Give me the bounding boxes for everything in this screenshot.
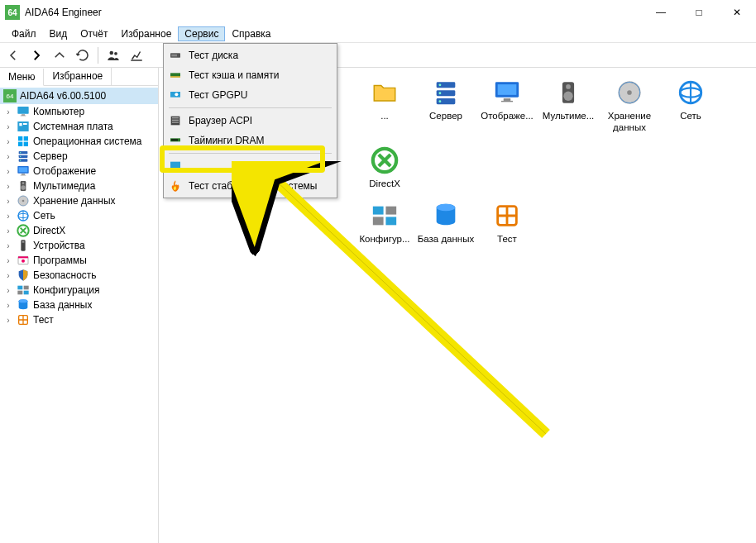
content-item[interactable]: Отображе... xyxy=(476,78,538,134)
content-item-label: Отображе... xyxy=(481,111,534,122)
content-item[interactable]: Конфигур... xyxy=(354,201,415,245)
minimize-button[interactable]: — xyxy=(642,0,680,25)
sidebar-tabs: Меню Избранное xyxy=(0,68,158,86)
sidebar-tab-favorites[interactable]: Избранное xyxy=(44,68,112,85)
dropdown-item[interactable]: Браузер ACPI xyxy=(165,111,335,131)
tree-item[interactable]: ›Операционная система xyxy=(0,134,158,149)
svg-point-16 xyxy=(20,156,21,157)
content-item[interactable]: ... xyxy=(354,78,415,134)
tree-root[interactable]: 64 AIDA64 v6.00.5100 xyxy=(0,88,158,104)
expander-icon[interactable]: › xyxy=(3,226,13,236)
menu-report[interactable]: Отчёт xyxy=(74,26,114,41)
monitor-icon xyxy=(17,105,30,118)
refresh-button[interactable] xyxy=(73,45,93,65)
expander-icon[interactable]: › xyxy=(3,271,13,280)
content-item[interactable]: Хранение данных xyxy=(599,78,660,134)
content-item[interactable]: DirectX xyxy=(354,145,415,190)
svg-rect-64 xyxy=(373,207,384,215)
tree-item[interactable]: ›Сервер xyxy=(0,149,158,164)
tree-item[interactable]: ›Компьютер xyxy=(0,104,158,119)
expander-icon[interactable]: › xyxy=(3,152,13,161)
database-icon xyxy=(431,201,461,231)
expander-icon[interactable]: › xyxy=(3,197,13,206)
tree-item[interactable]: ›Сеть xyxy=(0,208,158,223)
svg-rect-8 xyxy=(18,136,22,141)
tree-item[interactable]: ›Системная плата xyxy=(0,119,158,134)
users-button[interactable] xyxy=(103,45,123,65)
close-button[interactable]: ✕ xyxy=(718,0,756,25)
menu-favorites[interactable]: Избранное xyxy=(115,26,179,41)
chart-button[interactable] xyxy=(127,45,146,65)
svg-rect-40 xyxy=(24,291,29,295)
expander-icon[interactable]: › xyxy=(3,316,13,325)
dropdown-item-label: Тайминги DRAM xyxy=(189,135,265,146)
svg-point-23 xyxy=(21,185,25,189)
content-item[interactable]: Сеть xyxy=(660,78,721,134)
dram-icon xyxy=(169,134,182,147)
svg-point-55 xyxy=(563,92,572,101)
menu-help[interactable]: Справка xyxy=(225,26,277,41)
tree-item[interactable]: ›Мультимедиа xyxy=(0,179,158,193)
expander-icon[interactable]: › xyxy=(3,122,13,131)
tree-item-label: Безопасность xyxy=(33,269,97,281)
expander-icon[interactable]: › xyxy=(3,182,13,191)
tree-item-label: Отображение xyxy=(33,165,96,177)
expander-icon[interactable]: › xyxy=(3,256,13,265)
content-item[interactable]: Мультиме... xyxy=(538,78,599,134)
speaker-icon xyxy=(17,179,30,193)
windows-icon xyxy=(17,135,30,148)
svg-point-26 xyxy=(22,200,25,202)
expander-icon[interactable]: › xyxy=(3,137,13,146)
expander-icon[interactable]: › xyxy=(3,212,13,221)
menu-view[interactable]: Вид xyxy=(43,26,74,41)
tree-item[interactable]: ›Хранение данных xyxy=(0,193,158,208)
menu-separator xyxy=(169,153,332,154)
programs-icon xyxy=(17,254,30,267)
chevron-up-icon xyxy=(52,48,67,63)
app-icon: 64 xyxy=(5,5,20,20)
tree-item[interactable]: ›Тест xyxy=(0,312,158,327)
svg-point-42 xyxy=(19,299,28,302)
menu-service[interactable]: Сервис xyxy=(178,26,225,41)
sidebar-tab-menu[interactable]: Меню xyxy=(0,69,44,86)
dropdown-item[interactable] xyxy=(165,156,335,176)
dropdown-item[interactable]: Тест GPGPU xyxy=(165,85,335,105)
tree-item-label: Компьютер xyxy=(33,106,84,117)
tree-item[interactable]: ›Устройства xyxy=(0,238,158,253)
expander-icon[interactable]: › xyxy=(3,286,13,295)
forward-button[interactable] xyxy=(26,45,46,65)
svg-rect-5 xyxy=(17,121,28,131)
content-item[interactable]: База данных xyxy=(415,201,476,245)
directx-icon xyxy=(370,145,400,175)
folder-icon xyxy=(370,78,400,107)
tree-item[interactable]: ›Отображение xyxy=(0,164,158,179)
tree-item[interactable]: ›Конфигурация xyxy=(0,283,158,298)
expander-icon[interactable]: › xyxy=(3,301,13,310)
tree-item[interactable]: ›База данных xyxy=(0,298,158,312)
content-item[interactable]: Сервер xyxy=(415,78,476,134)
maximize-button[interactable]: □ xyxy=(680,0,718,25)
flame-icon xyxy=(169,179,182,193)
tree: 64 AIDA64 v6.00.5100 ›Компьютер›Системна… xyxy=(0,86,158,543)
tree-item[interactable]: ›DirectX xyxy=(0,223,158,238)
back-button[interactable] xyxy=(3,45,23,65)
shield-icon xyxy=(17,269,30,282)
expander-icon[interactable]: › xyxy=(3,107,13,117)
svg-point-36 xyxy=(22,260,25,263)
dropdown-item[interactable]: Тест диска xyxy=(165,45,335,65)
dropdown-item[interactable]: Тест кэша и памяти xyxy=(165,65,335,85)
tree-item[interactable]: ›Программы xyxy=(0,253,158,268)
tree-item[interactable]: ›Безопасность xyxy=(0,268,158,283)
expander-icon[interactable]: › xyxy=(3,241,13,250)
svg-point-69 xyxy=(437,204,456,212)
dropdown-item[interactable]: Тест стабильности системы xyxy=(165,176,335,196)
tree-item-label: Мультимедиа xyxy=(33,180,95,192)
dropdown-item[interactable]: Тайминги DRAM xyxy=(165,131,335,150)
up-button[interactable] xyxy=(50,45,69,65)
content-item[interactable]: Тест xyxy=(476,201,538,245)
content-item-label: DirectX xyxy=(369,179,400,190)
tree-item-label: Системная плата xyxy=(33,121,113,132)
menu-file[interactable]: Файл xyxy=(5,26,43,41)
expander-icon[interactable]: › xyxy=(3,167,13,176)
disk-test-icon xyxy=(169,49,182,62)
